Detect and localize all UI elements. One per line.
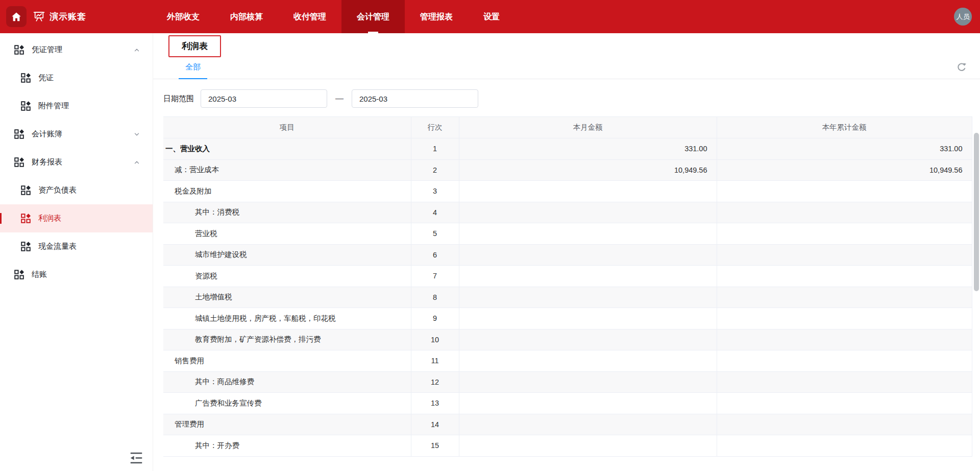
cell-year-amount (717, 244, 972, 266)
table-row[interactable]: 城镇土地使用税，房产税，车船税，印花税 9 (163, 308, 972, 329)
sidebar-item-label: 凭证管理 (32, 45, 62, 55)
cell-year-amount (717, 350, 972, 372)
cell-year-amount: 331.00 (717, 138, 972, 160)
sidebar-item-label: 凭证 (38, 73, 54, 83)
nav-item[interactable]: 管理报表 (405, 0, 468, 33)
cell-line-number: 5 (411, 223, 459, 245)
nav-item-label: 收付管理 (293, 12, 326, 21)
tab-all[interactable]: 全部 (179, 55, 207, 79)
nav-item-label: 外部收支 (167, 12, 200, 21)
table-row[interactable]: 销售费用 11 (163, 350, 972, 372)
grid-icon (21, 101, 31, 111)
grid-icon (14, 270, 24, 279)
grid-icon (14, 157, 24, 167)
table-row[interactable]: 城市维护建设税 6 (163, 244, 972, 266)
sidebar-item[interactable]: 附件管理 (0, 92, 153, 120)
cell-year-amount (717, 223, 972, 245)
menu-fold-icon[interactable] (129, 452, 144, 464)
cell-year-amount (717, 266, 972, 287)
cell-year-amount (717, 287, 972, 308)
chevron-down-icon (133, 46, 140, 54)
table-row[interactable]: 管理费用 14 (163, 414, 972, 435)
cell-line-number: 11 (411, 350, 459, 372)
cell-month-amount (459, 435, 717, 457)
refresh-button[interactable] (957, 62, 967, 73)
table-row[interactable]: 土地增值税 8 (163, 287, 972, 308)
grid-icon (14, 129, 24, 139)
sidebar-item[interactable]: 利润表 (0, 204, 153, 232)
sidebar-item[interactable]: 资产负债表 (0, 176, 153, 204)
cell-month-amount (459, 244, 717, 266)
column-header-month-amount: 本月金额 (459, 117, 717, 138)
cell-month-amount: 10,949.56 (459, 159, 717, 181)
date-to-input[interactable] (352, 89, 478, 108)
column-header-year-amount: 本年累计金额 (717, 117, 972, 138)
sidebar-item[interactable]: 会计账簿 (0, 120, 153, 148)
grid-icon (21, 242, 31, 251)
cell-month-amount (459, 223, 717, 245)
home-button[interactable] (6, 6, 27, 27)
table-row[interactable]: 其中：开办费 15 (163, 435, 972, 457)
cell-month-amount (459, 393, 717, 414)
cell-item: 减：营业成本 (163, 159, 411, 181)
cell-item: 销售费用 (163, 350, 411, 372)
cell-month-amount (459, 287, 717, 308)
date-from-input[interactable] (201, 89, 327, 108)
sidebar-item[interactable]: 凭证 (0, 64, 153, 92)
table-row[interactable]: 其中：商品维修费 12 (163, 371, 972, 393)
nav-item-label: 管理报表 (420, 12, 453, 21)
table-header-row: 项目 行次 本月金额 本年累计金额 (163, 117, 972, 138)
nav-item[interactable]: 会计管理 (341, 0, 405, 33)
cell-month-amount: 331.00 (459, 138, 717, 160)
cell-line-number: 10 (411, 329, 459, 350)
sidebar-item[interactable]: 结账 (0, 261, 153, 289)
nav-item[interactable]: 设置 (468, 0, 515, 33)
cell-year-amount (717, 414, 972, 435)
cell-item: 城市维护建设税 (163, 244, 411, 266)
cell-item: 税金及附加 (163, 181, 411, 202)
cell-month-amount (459, 350, 717, 372)
refresh-icon (957, 62, 967, 73)
table-row[interactable]: 一、营业收入 1 331.00 331.00 (163, 138, 972, 160)
table-row[interactable]: 其中：消费税 4 (163, 202, 972, 223)
table-row[interactable]: 广告费和业务宣传费 13 (163, 393, 972, 414)
home-icon (11, 12, 21, 22)
cell-month-amount (459, 308, 717, 329)
grid-icon (21, 185, 31, 195)
sidebar-item-label: 结账 (32, 270, 47, 279)
cell-year-amount (717, 329, 972, 350)
cell-item: 其中：商品维修费 (163, 371, 411, 393)
cell-line-number: 15 (411, 435, 459, 457)
table-row[interactable]: 营业税 5 (163, 223, 972, 245)
cell-year-amount (717, 393, 972, 414)
cell-month-amount (459, 202, 717, 223)
cell-month-amount (459, 371, 717, 393)
cell-line-number: 2 (411, 159, 459, 181)
column-header-line: 行次 (411, 117, 459, 138)
cell-month-amount (459, 181, 717, 202)
cell-item: 其中：开办费 (163, 435, 411, 457)
table-row[interactable]: 资源税 7 (163, 266, 972, 287)
sidebar-item[interactable]: 现金流量表 (0, 232, 153, 261)
sidebar-item-label: 利润表 (38, 214, 61, 223)
cell-line-number: 14 (411, 414, 459, 435)
column-header-item: 项目 (163, 117, 411, 138)
nav-item[interactable]: 内部核算 (215, 0, 278, 33)
grid-icon (21, 214, 31, 223)
sidebar-item[interactable]: 凭证管理 (0, 36, 153, 64)
nav-item-label: 设置 (483, 12, 500, 21)
cell-year-amount: 10,949.56 (717, 159, 972, 181)
cell-year-amount (717, 435, 972, 457)
cell-month-amount (459, 266, 717, 287)
vertical-scrollbar-thumb[interactable] (974, 133, 979, 291)
page-title: 利润表 (168, 35, 221, 57)
sidebar-item[interactable]: 财务报表 (0, 148, 153, 176)
cell-line-number: 13 (411, 393, 459, 414)
nav-item[interactable]: 外部收支 (152, 0, 215, 33)
avatar[interactable]: 人员 (954, 8, 972, 26)
table-row[interactable]: 税金及附加 3 (163, 181, 972, 202)
nav-item[interactable]: 收付管理 (278, 0, 341, 33)
cell-year-amount (717, 371, 972, 393)
table-row[interactable]: 教育费附加，矿产资源补偿费，排污费 10 (163, 329, 972, 350)
table-row[interactable]: 减：营业成本 2 10,949.56 10,949.56 (163, 159, 972, 181)
